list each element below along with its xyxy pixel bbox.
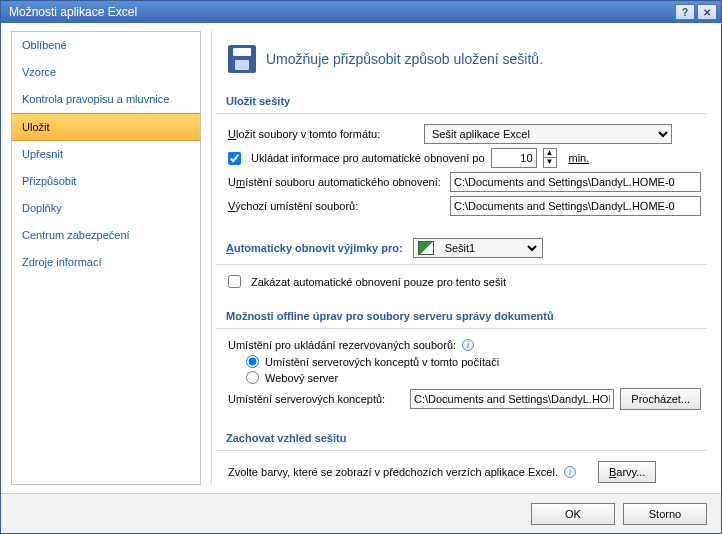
sidebar-item-proofing[interactable]: Kontrola pravopisu a mluvnice bbox=[12, 86, 200, 113]
info-icon: i bbox=[462, 339, 474, 351]
disable-autorecover-label: Zakázat automatické obnovení pouze pro t… bbox=[251, 276, 506, 288]
section-exceptions-heading: Automaticky obnovit výjimky pro: Sešit1 bbox=[216, 232, 707, 265]
help-button[interactable]: ? bbox=[675, 4, 695, 20]
minutes-label: min. bbox=[569, 152, 590, 164]
default-location-input[interactable] bbox=[450, 196, 701, 216]
content-panel: Umožňuje přizpůsobit způsob uložení seši… bbox=[211, 31, 711, 485]
sidebar-item-resources[interactable]: Zdroje informací bbox=[12, 249, 200, 276]
autorecover-label: Ukládat informace pro automatické obnove… bbox=[251, 152, 485, 164]
sidebar-item-save[interactable]: Uložit bbox=[12, 113, 200, 141]
appearance-desc: Zvolte barvy, které se zobrazí v předcho… bbox=[228, 466, 558, 478]
format-label: Uložit soubory v tomto formátu: bbox=[228, 128, 418, 140]
file-format-select[interactable]: Sešit aplikace Excel bbox=[424, 124, 672, 144]
reserved-location-label: Umístění pro ukládání rezervovaných soub… bbox=[228, 339, 456, 351]
default-location-label: Výchozí umístění souborů: bbox=[228, 200, 444, 212]
autorecover-minutes-spinner[interactable] bbox=[491, 148, 537, 168]
section-offline-heading: Možnosti offline úprav pro soubory serve… bbox=[216, 304, 707, 329]
section-save-heading: Uložit sešity bbox=[216, 89, 707, 114]
info-icon: i bbox=[564, 466, 576, 478]
disable-autorecover-checkbox[interactable] bbox=[228, 275, 241, 288]
server-drafts-label: Umístění serverových konceptů: bbox=[228, 393, 404, 405]
radio-web-server[interactable] bbox=[246, 371, 259, 384]
cancel-button[interactable]: Storno bbox=[623, 503, 707, 525]
workbook-select[interactable]: Sešit1 bbox=[438, 238, 540, 258]
sidebar-item-trust[interactable]: Centrum zabezpečení bbox=[12, 222, 200, 249]
sidebar-item-favorites[interactable]: Oblíbené bbox=[12, 32, 200, 59]
sidebar-item-advanced[interactable]: Upřesnit bbox=[12, 141, 200, 168]
autorecover-checkbox[interactable] bbox=[228, 152, 241, 165]
radio-web-server-label: Webový server bbox=[265, 372, 338, 384]
colors-button[interactable]: Barvy... bbox=[598, 461, 656, 483]
radio-local-drafts[interactable] bbox=[246, 355, 259, 368]
section-appearance-heading: Zachovat vzhled sešitu bbox=[216, 426, 707, 451]
spinner-down[interactable]: ▼ bbox=[544, 158, 556, 166]
sidebar-item-customize[interactable]: Přizpůsobit bbox=[12, 168, 200, 195]
dialog-footer: OK Storno bbox=[1, 493, 721, 533]
sidebar-item-addins[interactable]: Doplňky bbox=[12, 195, 200, 222]
browse-button[interactable]: Procházet... bbox=[620, 388, 701, 410]
workbook-icon bbox=[418, 241, 434, 255]
titlebar: Možnosti aplikace Excel ? ✕ bbox=[1, 1, 721, 23]
category-sidebar: Oblíbené Vzorce Kontrola pravopisu a mlu… bbox=[11, 31, 201, 485]
radio-local-drafts-label: Umístění serverových konceptů v tomto po… bbox=[265, 356, 499, 368]
hero-text: Umožňuje přizpůsobit způsob uložení seši… bbox=[266, 51, 543, 67]
save-icon bbox=[228, 45, 256, 73]
autorecover-location-label: Umístění souboru automatického obnovení: bbox=[228, 176, 444, 188]
hero-banner: Umožňuje přizpůsobit způsob uložení seši… bbox=[212, 31, 711, 83]
window-title: Možnosti aplikace Excel bbox=[9, 5, 673, 19]
options-dialog: Možnosti aplikace Excel ? ✕ Oblíbené Vzo… bbox=[0, 0, 722, 534]
server-drafts-input[interactable] bbox=[410, 389, 614, 409]
sidebar-item-formulas[interactable]: Vzorce bbox=[12, 59, 200, 86]
close-button[interactable]: ✕ bbox=[697, 4, 717, 20]
autorecover-location-input[interactable] bbox=[450, 172, 701, 192]
ok-button[interactable]: OK bbox=[531, 503, 615, 525]
